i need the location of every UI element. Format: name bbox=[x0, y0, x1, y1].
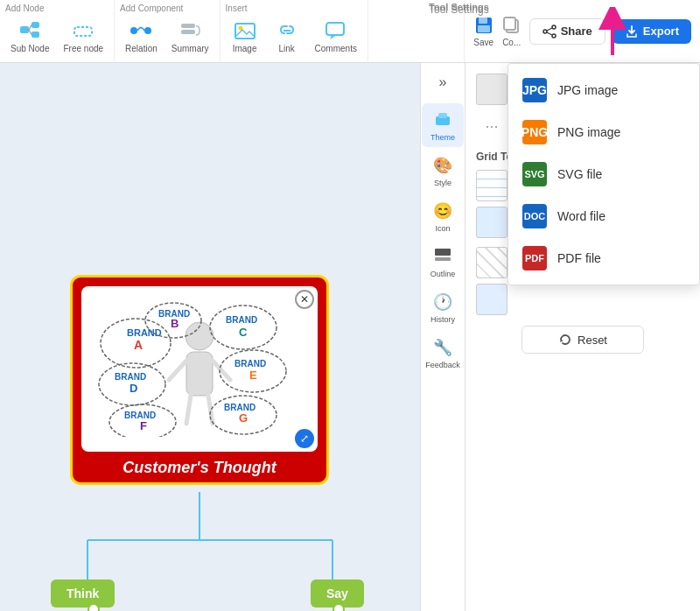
export-jpg-label: JPG image bbox=[557, 83, 618, 97]
expand-card-button[interactable]: ⤢ bbox=[295, 429, 314, 448]
outline-label: Outline bbox=[430, 270, 456, 278]
texture-swatch-hatch[interactable] bbox=[476, 247, 508, 278]
free-node-label-text: Free node bbox=[63, 44, 103, 53]
export-pdf-item[interactable]: PDF PDF file bbox=[508, 237, 699, 279]
sidebar-style[interactable]: 🎨 Style bbox=[422, 149, 464, 193]
free-node-icon bbox=[71, 18, 95, 43]
svg-text:G: G bbox=[239, 411, 248, 425]
svg-text:BRAND: BRAND bbox=[127, 327, 162, 338]
svg-rect-10 bbox=[235, 24, 255, 39]
save-button[interactable]: Save bbox=[473, 15, 494, 47]
svg-text:E: E bbox=[249, 369, 257, 382]
think-node-circle[interactable] bbox=[88, 603, 100, 611]
outline-icon bbox=[431, 245, 454, 268]
svg-text:A: A bbox=[134, 338, 143, 352]
share-label: Share bbox=[561, 25, 592, 38]
svg-rect-29 bbox=[186, 352, 213, 396]
history-icon: 🕐 bbox=[431, 291, 454, 313]
image-icon bbox=[233, 18, 257, 43]
theme-icon bbox=[431, 109, 454, 131]
export-pdf-label: PDF file bbox=[557, 251, 601, 265]
relation-button[interactable]: Relation bbox=[120, 17, 163, 55]
sidebar-outline[interactable]: Outline bbox=[422, 240, 464, 284]
sidebar-icon[interactable]: 😊 Icon bbox=[422, 194, 464, 238]
copy-label: Co... bbox=[502, 38, 521, 47]
expand-button[interactable]: » bbox=[429, 70, 457, 95]
history-label: History bbox=[430, 315, 455, 324]
color-swatch-light[interactable] bbox=[476, 74, 508, 105]
export-word-label: Word file bbox=[557, 209, 606, 223]
copy-button[interactable]: Co... bbox=[501, 15, 522, 47]
sub-node-icon bbox=[18, 18, 42, 43]
share-button[interactable]: Share bbox=[529, 18, 606, 45]
svg-text:F: F bbox=[140, 419, 147, 432]
svg-rect-5 bbox=[74, 27, 92, 36]
thought-card-inner: ✕ BRAND A BRAND B BRAND bbox=[81, 286, 318, 452]
texture-swatch-dots[interactable] bbox=[476, 170, 508, 201]
export-word-item[interactable]: DOC Word file bbox=[508, 195, 699, 237]
export-svg-item[interactable]: SVG SVG file bbox=[508, 153, 699, 195]
summary-icon bbox=[178, 18, 202, 43]
add-node-label: Add Node bbox=[5, 4, 108, 13]
link-button[interactable]: Link bbox=[268, 17, 306, 55]
save-label: Save bbox=[473, 38, 494, 47]
svg-text:BRAND: BRAND bbox=[115, 372, 146, 382]
link-label-text: Link bbox=[278, 44, 294, 53]
svg-point-6 bbox=[130, 27, 137, 34]
svg-rect-15 bbox=[479, 18, 487, 24]
feedback-label: Feedback bbox=[425, 361, 460, 369]
svg-line-30 bbox=[169, 361, 186, 380]
reset-button[interactable]: Reset bbox=[522, 326, 644, 354]
summary-label-text: Summary bbox=[172, 44, 209, 53]
svg-text:C: C bbox=[239, 326, 248, 339]
card-title: Customer's Thought bbox=[73, 452, 326, 482]
link-icon bbox=[275, 18, 299, 43]
export-jpg-item[interactable]: JPG JPG image bbox=[508, 69, 699, 111]
relation-icon bbox=[129, 18, 153, 43]
add-component-group: Add Component Relation bbox=[115, 0, 220, 62]
texture-swatch-lightblue[interactable] bbox=[476, 207, 508, 238]
image-button[interactable]: Image bbox=[226, 17, 264, 55]
comments-button[interactable]: Comments bbox=[310, 17, 362, 55]
export-label: Export bbox=[643, 25, 679, 38]
svg-line-4 bbox=[29, 30, 32, 35]
svg-text:BRAND: BRAND bbox=[226, 315, 257, 325]
tool-settings-header-label: Tool Settings bbox=[429, 2, 489, 12]
svg-line-22 bbox=[547, 28, 552, 31]
export-png-item[interactable]: PNG PNG image bbox=[508, 111, 699, 153]
svg-rect-13 bbox=[326, 23, 344, 35]
red-arrow bbox=[595, 7, 630, 60]
summary-button[interactable]: Summary bbox=[166, 17, 214, 55]
theme-label: Theme bbox=[430, 133, 455, 142]
png-icon: PNG bbox=[522, 120, 547, 144]
sidebar-history[interactable]: 🕐 History bbox=[422, 285, 464, 329]
svg-rect-18 bbox=[504, 18, 515, 30]
say-node-circle[interactable] bbox=[332, 603, 345, 611]
free-node-button[interactable]: Free node bbox=[58, 17, 108, 55]
copy-icon bbox=[501, 15, 522, 36]
reset-label: Reset bbox=[578, 334, 607, 347]
close-card-button[interactable]: ✕ bbox=[295, 290, 314, 309]
jpg-icon: JPG bbox=[522, 78, 547, 102]
sidebar-feedback[interactable]: 🔧 Feedback bbox=[422, 331, 464, 375]
export-dropdown: JPG JPG image PNG PNG image SVG SVG file… bbox=[508, 63, 700, 285]
sidebar-theme[interactable]: Theme bbox=[422, 103, 464, 147]
svg-rect-58 bbox=[435, 257, 451, 261]
think-node[interactable]: Think bbox=[51, 579, 115, 607]
left-sidebar: » Theme 🎨 Style 😊 Icon Outline 🕐 History bbox=[420, 63, 466, 611]
more-colors-button[interactable]: ··· bbox=[476, 110, 508, 142]
brand-bubbles-svg: BRAND A BRAND B BRAND C BRAND D BRAND E bbox=[81, 301, 318, 437]
add-node-group: Add Node Sub Node bbox=[0, 0, 115, 62]
style-label: Style bbox=[434, 179, 452, 187]
svg-line-3 bbox=[29, 25, 32, 31]
thought-card: ✕ BRAND A BRAND B BRAND bbox=[70, 275, 329, 485]
save-icon bbox=[473, 15, 494, 36]
sub-node-button[interactable]: Sub Node bbox=[5, 17, 54, 55]
sub-node-label-text: Sub Node bbox=[10, 44, 49, 53]
texture-swatch-lightblue2[interactable] bbox=[476, 284, 508, 315]
comments-icon bbox=[324, 18, 348, 43]
canvas-area[interactable]: ✕ BRAND A BRAND B BRAND bbox=[0, 63, 420, 611]
svg-rect-57 bbox=[435, 249, 451, 256]
style-icon: 🎨 bbox=[431, 154, 454, 177]
icon-icon: 😊 bbox=[431, 200, 454, 222]
